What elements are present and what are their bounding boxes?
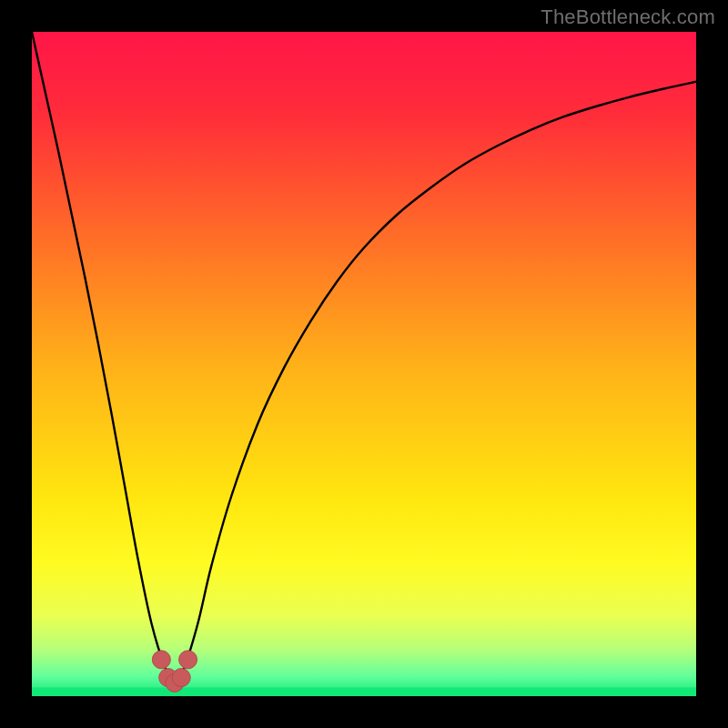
marker-dot (179, 651, 197, 669)
marker-dot (152, 651, 170, 669)
watermark-text: TheBottleneck.com (541, 5, 715, 29)
chart-overlay (32, 32, 696, 696)
minimum-marker (152, 651, 197, 693)
green-band (32, 688, 696, 696)
marker-dot (172, 669, 190, 687)
outer-frame: TheBottleneck.com (0, 0, 728, 728)
bottleneck-curve (32, 32, 696, 682)
plot-area (32, 32, 696, 696)
